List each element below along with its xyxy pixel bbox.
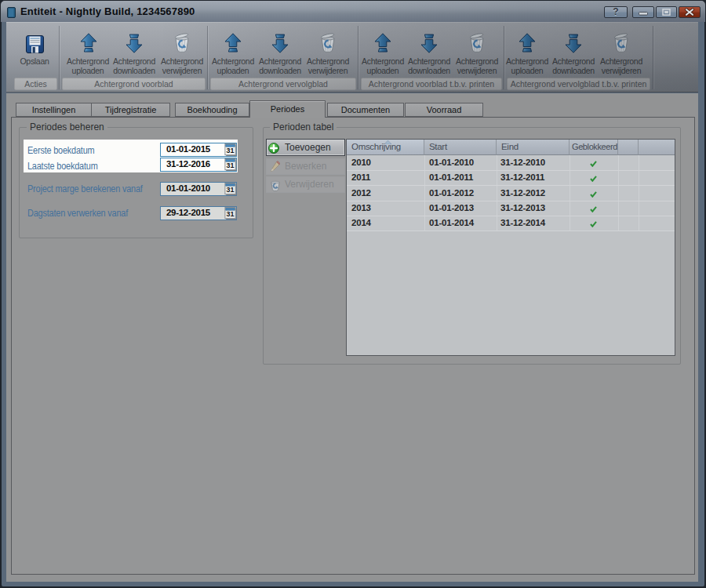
svg-text:31: 31 — [227, 162, 235, 169]
svg-text:31: 31 — [227, 210, 235, 218]
svg-text:31: 31 — [227, 186, 235, 194]
svg-text:31: 31 — [227, 147, 235, 154]
